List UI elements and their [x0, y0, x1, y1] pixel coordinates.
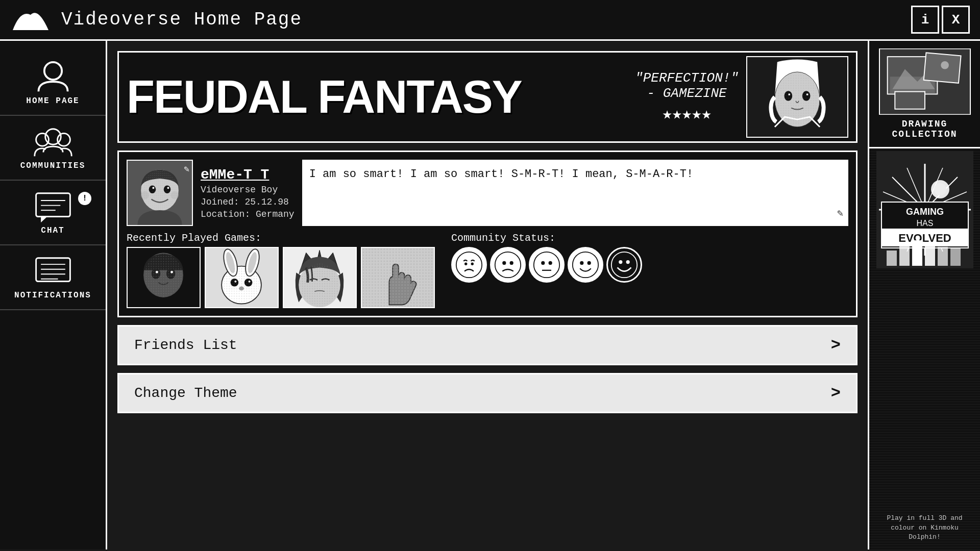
svg-rect-4 — [36, 193, 70, 216]
change-theme-label: Change Theme — [134, 385, 237, 401]
profile-info: eMMe-T_T Videoverse Boy Joined: 25.12.98… — [201, 160, 295, 226]
notifications-icon — [33, 255, 74, 288]
svg-point-68 — [534, 252, 559, 278]
svg-rect-61 — [362, 248, 434, 308]
friends-list-arrow: > — [831, 336, 841, 355]
svg-rect-101 — [899, 245, 910, 266]
svg-point-69 — [541, 261, 545, 265]
svg-point-0 — [44, 62, 61, 79]
ad-tagline: Play in full 3D and colour on Kinmoku Do… — [874, 511, 975, 544]
friends-list-label: Friends List — [134, 337, 237, 353]
profile-rank: Videoverse Boy — [201, 185, 295, 195]
svg-point-30 — [142, 170, 178, 210]
svg-text:HAS: HAS — [916, 219, 933, 228]
status-face-happy[interactable] — [568, 247, 603, 283]
game-banner: FEUDAL FANTASY "PERFECTION!" - GAMEZINE … — [117, 51, 857, 143]
logo-icon — [10, 5, 51, 35]
svg-point-55 — [300, 264, 339, 307]
community-status-label: Community Status: — [451, 232, 642, 244]
game-thumbnails — [127, 247, 435, 308]
change-theme-button[interactable]: Change Theme > — [117, 373, 857, 413]
svg-point-74 — [587, 261, 591, 265]
bio-text: I am so smart! I am so smart! S-M-R-T! I… — [309, 167, 694, 183]
drawing-collection-button[interactable]: DRAWING COLLECTION — [869, 41, 980, 148]
svg-point-51 — [223, 267, 260, 303]
svg-point-72 — [573, 252, 598, 278]
avatar-edit-icon[interactable]: ✎ — [184, 163, 189, 174]
svg-rect-100 — [887, 251, 897, 266]
game-thumb-2[interactable] — [205, 247, 279, 308]
friends-list-button[interactable]: Friends List > — [117, 325, 857, 365]
svg-rect-105 — [950, 248, 961, 266]
profile-joined: Joined: 25.12.98 — [201, 197, 295, 207]
sidebar-item-chat[interactable]: ! CHAT — [0, 181, 106, 245]
content-area: FEUDAL FANTASY "PERFECTION!" - GAMEZINE … — [107, 41, 868, 549]
svg-point-67 — [510, 261, 513, 265]
svg-point-38 — [144, 254, 182, 296]
ad-graphic: GAMING HAS EVOLVED — [876, 154, 973, 266]
ad-panel: GAMING HAS EVOLVED Play in full 3D and c… — [869, 148, 980, 549]
svg-point-62 — [456, 252, 482, 278]
community-status: Community Status: — [451, 232, 642, 308]
svg-point-76 — [619, 260, 622, 264]
svg-point-1 — [36, 133, 48, 146]
page-title: Videoverse Home Page — [61, 9, 911, 30]
svg-rect-83 — [895, 92, 925, 109]
svg-point-77 — [626, 260, 630, 264]
profile-section: ✎ — [117, 151, 857, 317]
sidebar-item-chat-label: CHAT — [41, 226, 64, 235]
profile-top: ✎ — [127, 160, 848, 226]
sidebar-item-home-label: HOME PAGE — [26, 96, 79, 106]
game-review: "PERFECTION!" - GAMEZINE ★★★★★ — [635, 70, 739, 124]
sidebar-item-notifications[interactable]: NOTIFICATIONS — [0, 245, 106, 310]
svg-point-63 — [464, 263, 467, 265]
right-panel: DRAWING COLLECTION — [868, 41, 980, 549]
titlebar: Videoverse Home Page i X — [0, 0, 980, 41]
close-button[interactable]: X — [942, 6, 970, 34]
profile-bio: I am so smart! I am so smart! S-M-R-T! I… — [302, 160, 848, 226]
svg-point-20 — [776, 73, 819, 126]
sidebar-item-communities[interactable]: COMMUNITIES — [0, 116, 106, 181]
svg-point-94 — [934, 183, 946, 195]
svg-rect-103 — [925, 243, 935, 266]
game-thumb-3[interactable] — [283, 247, 357, 308]
info-button[interactable]: i — [911, 6, 939, 34]
sidebar-item-communities-label: COMMUNITIES — [20, 161, 86, 170]
main-layout: HOME PAGE COMMUNITIES ! — [0, 41, 980, 549]
status-faces — [451, 247, 642, 283]
recently-played-label: Recently Played Games: — [127, 232, 435, 244]
chat-notification-badge: ! — [78, 192, 91, 205]
chat-icon — [33, 190, 74, 223]
svg-text:EVOLVED: EVOLVED — [898, 232, 951, 244]
svg-point-66 — [502, 261, 506, 265]
character-portrait — [746, 56, 848, 138]
profile-username[interactable]: eMMe-T_T — [201, 167, 295, 183]
status-face-excited[interactable] — [606, 247, 642, 283]
svg-point-82 — [941, 61, 949, 69]
game-thumb-1[interactable] — [127, 247, 201, 308]
game-thumb-4[interactable] — [361, 247, 435, 308]
svg-point-3 — [57, 133, 70, 146]
status-face-sad[interactable] — [490, 247, 526, 283]
communities-icon — [33, 125, 74, 158]
review-quote: "PERFECTION!" - GAMEZINE — [635, 70, 739, 101]
window-controls: i X — [911, 6, 970, 34]
sidebar-item-notifications-label: NOTIFICATIONS — [14, 291, 91, 300]
recently-played: Recently Played Games: — [127, 232, 435, 308]
status-face-angry[interactable] — [451, 247, 487, 283]
sidebar-item-home[interactable]: HOME PAGE — [0, 51, 106, 116]
home-icon — [33, 60, 74, 93]
svg-rect-104 — [938, 247, 948, 266]
svg-point-64 — [471, 263, 474, 265]
drawing-preview — [879, 48, 971, 115]
svg-point-75 — [611, 252, 637, 278]
drawing-collection-label: DRAWING COLLECTION — [892, 119, 957, 139]
profile-location: Location: Germany — [201, 209, 295, 219]
bio-edit-icon[interactable]: ✎ — [837, 207, 843, 221]
review-stars: ★★★★★ — [635, 104, 739, 124]
profile-avatar: ✎ — [127, 160, 193, 226]
svg-rect-102 — [912, 240, 922, 266]
svg-text:GAMING: GAMING — [906, 207, 944, 217]
status-face-neutral[interactable] — [529, 247, 565, 283]
svg-point-70 — [549, 261, 552, 265]
